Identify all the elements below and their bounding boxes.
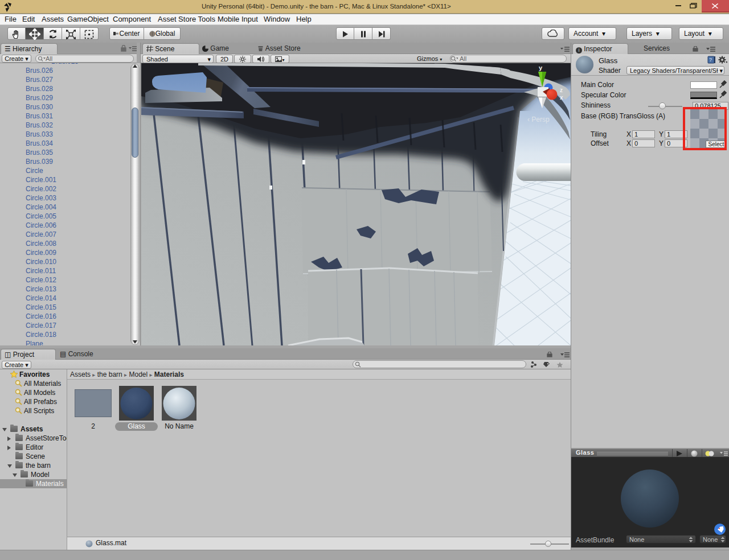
svg-text:y: y: [539, 64, 543, 71]
svg-text:x: x: [560, 94, 563, 101]
svg-text:z: z: [560, 87, 563, 93]
svg-text:?: ?: [709, 57, 712, 63]
svg-text:‹ Persp: ‹ Persp: [527, 116, 550, 123]
